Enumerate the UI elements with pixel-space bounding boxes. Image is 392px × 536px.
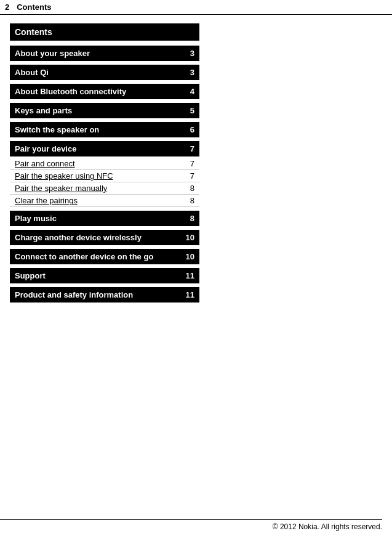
toc-page-about-speaker: 3: [190, 49, 194, 58]
toc-page-connect-go: 10: [186, 252, 194, 261]
toc-label-product-safety: Product and safety information: [15, 290, 133, 299]
toc-section-connect-go[interactable]: Connect to another device on the go 10: [10, 249, 199, 264]
toc-section-about-speaker[interactable]: About your speaker 3: [10, 46, 199, 61]
toc-section-play-music[interactable]: Play music 8: [10, 211, 199, 226]
content-area: Contents About your speaker 3 About Qi 3…: [0, 18, 209, 309]
toc-title: Contents: [10, 23, 199, 41]
toc-label-about-bluetooth: About Bluetooth connectivity: [15, 87, 126, 96]
toc-sub-page-pair-manually: 8: [190, 184, 194, 193]
toc-sub-clear-pairings[interactable]: Clear the pairings 8: [10, 195, 199, 207]
toc-sub-page-pair-connect: 7: [190, 159, 194, 168]
toc-sub-page-pair-nfc: 7: [190, 171, 194, 181]
toc-sub-page-clear-pairings: 8: [190, 196, 194, 205]
toc-sub-pair-connect[interactable]: Pair and connect 7: [10, 158, 199, 170]
toc-sub-label-pair-manually: Pair the speaker manually: [15, 184, 107, 193]
toc-sub-label-pair-nfc: Pair the speaker using NFC: [15, 171, 113, 181]
page-number: 2: [5, 2, 9, 12]
toc-sub-pair-nfc[interactable]: Pair the speaker using NFC 7: [10, 170, 199, 182]
toc-page-support: 11: [186, 271, 194, 280]
toc-page-keys-parts: 5: [190, 106, 194, 115]
toc-label-support: Support: [15, 271, 46, 280]
toc-page-about-bluetooth: 4: [190, 87, 194, 96]
toc-label-switch-speaker: Switch the speaker on: [15, 125, 99, 134]
toc-label-about-qi: About Qi: [15, 68, 49, 77]
toc-label-about-speaker: About your speaker: [15, 49, 90, 58]
toc-page-charge-wireless: 10: [186, 233, 194, 242]
toc-section-switch-speaker[interactable]: Switch the speaker on 6: [10, 122, 199, 137]
page-header: 2 Contents: [0, 0, 392, 15]
toc-section-about-bluetooth[interactable]: About Bluetooth connectivity 4: [10, 84, 199, 99]
toc-page-about-qi: 3: [190, 68, 194, 77]
toc-label-charge-wireless: Charge another device wirelessly: [15, 233, 142, 242]
toc-sub-label-clear-pairings: Clear the pairings: [15, 196, 78, 205]
toc-page-switch-speaker: 6: [190, 125, 194, 134]
toc-section-charge-wireless[interactable]: Charge another device wirelessly 10: [10, 230, 199, 245]
toc-sub-label-pair-connect: Pair and connect: [15, 159, 75, 168]
page-footer: © 2012 Nokia. All rights reserved.: [0, 519, 382, 531]
page-header-title: Contents: [17, 2, 51, 12]
toc-section-about-qi[interactable]: About Qi 3: [10, 65, 199, 80]
toc-label-keys-parts: Keys and parts: [15, 106, 72, 115]
toc-label-connect-go: Connect to another device on the go: [15, 252, 153, 261]
toc-page-product-safety: 11: [186, 290, 194, 299]
toc-section-pair-device[interactable]: Pair your device 7: [10, 141, 199, 156]
footer-text: © 2012 Nokia. All rights reserved.: [273, 522, 382, 531]
toc-label-pair-device: Pair your device: [15, 144, 76, 153]
toc-label-play-music: Play music: [15, 214, 57, 223]
toc-page-play-music: 8: [190, 214, 194, 223]
toc-section-keys-parts[interactable]: Keys and parts 5: [10, 103, 199, 118]
toc-section-support[interactable]: Support 11: [10, 268, 199, 283]
toc-page-pair-device: 7: [190, 144, 194, 153]
toc-section-product-safety[interactable]: Product and safety information 11: [10, 287, 199, 303]
toc-sub-pair-manually[interactable]: Pair the speaker manually 8: [10, 182, 199, 195]
